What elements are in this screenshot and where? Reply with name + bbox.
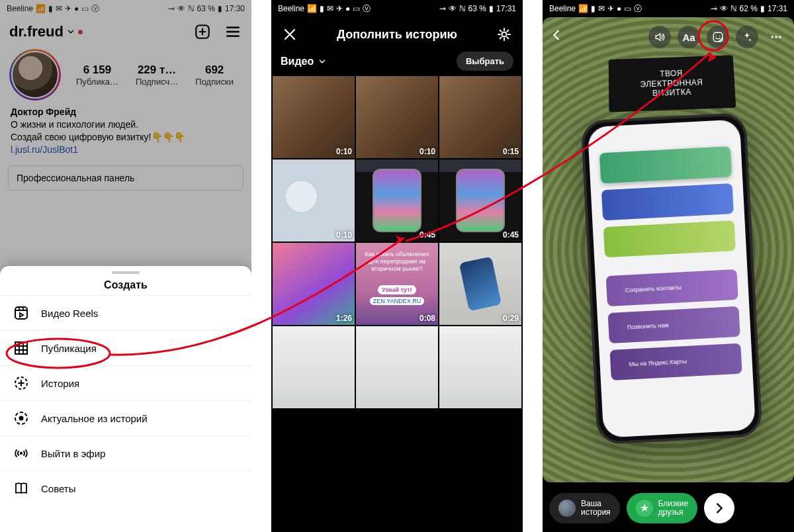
chip-label: друзья: [658, 508, 689, 517]
sheet-item-post[interactable]: Публикация: [0, 330, 251, 365]
close-button[interactable]: [281, 25, 299, 44]
carrier-label: Beeline: [278, 4, 304, 13]
bar-label: Сохранить контакты: [625, 269, 738, 306]
chevron-right-icon: [712, 501, 727, 515]
bar-label: Позвонить нам: [627, 306, 740, 343]
thumbnail-duration: 0:10: [419, 147, 435, 156]
thumbnail-duration: 0:08: [419, 314, 435, 323]
carrier-label: Beeline: [549, 4, 576, 13]
eye-icon: 👁: [720, 4, 728, 13]
chevron-down-icon: [318, 57, 327, 66]
text-tool-button[interactable]: Aa: [678, 26, 700, 48]
sheet-title: Создать: [0, 279, 251, 291]
avatar-icon: [558, 500, 576, 517]
thumbnail-duration: 0:15: [503, 147, 519, 156]
battery-icon: ▮: [489, 4, 494, 13]
gallery-thumbnail[interactable]: Как искать объявления для перепродажи на…: [356, 243, 438, 325]
gallery-thumbnail[interactable]: 0:45: [439, 159, 521, 242]
chevron-left-icon: [549, 28, 564, 42]
eye-icon: 👁: [449, 4, 457, 13]
share-to-close-friends-button[interactable]: ★ Близкие друзья: [627, 493, 698, 523]
sparkle-icon: [741, 31, 753, 43]
story-plus-icon: [13, 375, 29, 391]
sheet-item-label: Выйти в эфир: [41, 448, 105, 459]
svg-point-11: [779, 36, 781, 38]
thumbnail-duration: 0:45: [419, 230, 435, 240]
story-canvas[interactable]: ТВОЯ ЭЛЕКТРОННАЯ ВИЗИТКА Сохранить конта…: [543, 17, 794, 482]
svg-rect-1: [15, 307, 27, 319]
status-bar: Beeline 📶 ▮ ✉ ✈ ● ▭ ⓥ ⊸ 👁 ℕ 62 % ▮ 17:31: [543, 0, 794, 17]
sheet-item-label: Публикация: [41, 343, 97, 354]
svg-point-10: [775, 36, 777, 38]
msg-icon: ▭: [624, 4, 631, 13]
select-multiple-button[interactable]: Выбрать: [457, 52, 513, 71]
svg-rect-2: [15, 342, 27, 354]
notif-icon: ●: [617, 4, 621, 13]
bar-label: Мы на Яндекс.Карты: [628, 343, 742, 380]
sheet-item-guide[interactable]: Советы: [0, 470, 251, 506]
back-button[interactable]: [549, 28, 564, 46]
screen-gallery: Beeline 📶 ▮ ✉ ✈ ● ▭ ⓥ ⊸ 👁 ℕ 63 % ▮ 17:31: [271, 0, 523, 532]
sheet-item-label: История: [41, 378, 79, 389]
sheet-drag-handle[interactable]: [112, 271, 140, 274]
key-icon: ⊸: [711, 4, 717, 13]
thumbnail-duration: 1:26: [336, 314, 352, 323]
story-prop-card: ТВОЯ ЭЛЕКТРОННАЯ ВИЗИТКА: [609, 55, 736, 112]
album-dropdown[interactable]: Видео: [281, 56, 327, 67]
next-button[interactable]: [704, 493, 734, 523]
sticker-tool-button[interactable]: [707, 26, 729, 48]
gallery-thumbnail[interactable]: [273, 326, 355, 408]
thumb-ad-zen: ZEN.YANDEX.RU: [370, 297, 424, 305]
sheet-item-reels[interactable]: Видео Reels: [0, 295, 251, 330]
nfc-icon: ℕ: [459, 4, 466, 13]
mail-icon: ✉: [327, 4, 333, 13]
svg-point-5: [19, 416, 24, 421]
live-icon: [13, 445, 29, 461]
sheet-item-story[interactable]: История: [0, 365, 251, 400]
clock: 17:31: [496, 4, 516, 13]
speaker-icon: [654, 31, 666, 43]
sound-toggle-button[interactable]: [648, 26, 671, 48]
gallery-thumbnail[interactable]: 0:15: [439, 76, 521, 158]
more-tools-button[interactable]: [765, 26, 787, 48]
svg-point-9: [772, 36, 773, 38]
sticker-icon: [712, 31, 724, 43]
sheet-item-highlight[interactable]: Актуальное из историй: [0, 400, 251, 435]
thumbnail-duration: 0:29: [503, 314, 519, 323]
gallery-thumbnail[interactable]: [439, 326, 521, 408]
svg-point-6: [20, 452, 22, 455]
gallery-thumbnail[interactable]: 0:10: [273, 159, 355, 242]
battery-icon: ▮: [760, 4, 765, 13]
create-bottom-sheet: Создать Видео Reels Публикация История А…: [0, 266, 251, 532]
status-bar: Beeline 📶 ▮ ✉ ✈ ● ▭ ⓥ ⊸ 👁 ℕ 63 % ▮ 17:31: [271, 0, 523, 17]
gallery-thumbnail[interactable]: 1:26: [273, 243, 355, 325]
grid-icon: [13, 340, 29, 356]
share-to-your-story-button[interactable]: Ваша история: [549, 493, 620, 523]
chip-label: история: [581, 508, 611, 517]
gallery-thumbnail[interactable]: [356, 326, 438, 408]
notif-icon: ●: [345, 4, 350, 13]
signal-icon: ▮: [591, 4, 596, 13]
telegram-icon: ✈: [336, 4, 343, 13]
gallery-thumbnail[interactable]: 0:29: [439, 243, 521, 325]
text-icon: Aa: [682, 32, 695, 43]
settings-button[interactable]: [495, 25, 513, 44]
card-line: ВИЗИТКА: [652, 87, 691, 98]
gallery-thumbnail[interactable]: 0:10: [356, 76, 438, 158]
vk-icon: ⓥ: [634, 3, 642, 15]
story-prop-phone: Сохранить контакты Позвонить нам Мы на Я…: [580, 112, 762, 445]
msg-icon: ▭: [353, 4, 360, 13]
screen-story-editor: Beeline 📶 ▮ ✉ ✈ ● ▭ ⓥ ⊸ 👁 ℕ 62 % ▮ 17:31…: [543, 0, 794, 532]
gallery-thumbnail[interactable]: 0:45: [356, 159, 438, 242]
highlight-icon: [13, 410, 29, 426]
thumbnail-duration: 0:10: [336, 147, 352, 156]
nfc-icon: ℕ: [730, 4, 737, 13]
sheet-item-label: Видео Reels: [41, 308, 98, 319]
guide-icon: [13, 480, 29, 496]
sheet-item-live[interactable]: Выйти в эфир: [0, 435, 251, 470]
thumbnail-duration: 0:45: [503, 230, 519, 240]
key-icon: ⊸: [439, 4, 446, 13]
gallery-thumbnail[interactable]: 0:10: [273, 76, 355, 158]
reels-icon: [13, 305, 29, 321]
effects-tool-button[interactable]: [736, 26, 758, 48]
